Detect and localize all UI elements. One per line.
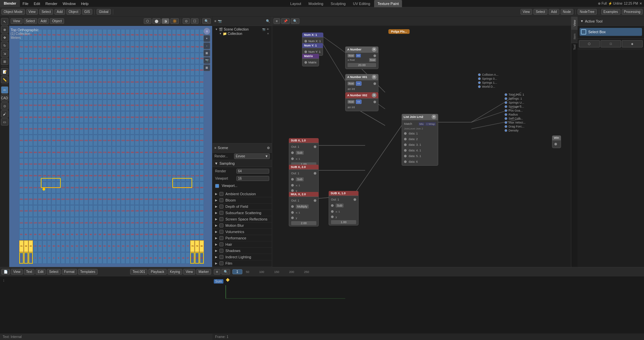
denoising-checkbox[interactable] [215, 184, 219, 188]
node-matrix[interactable]: Matrix Matrix [302, 54, 319, 66]
vp-shading-wire[interactable]: ⬡ [144, 18, 151, 24]
te-text-menu[interactable]: Text [24, 269, 35, 275]
nodetree-selector[interactable]: NodeTree [578, 9, 597, 15]
render-section-volumetrics[interactable]: ▶ Volumetrics [212, 229, 272, 235]
menu-help[interactable]: Help [78, 0, 91, 7]
sidebar-view-btn[interactable]: View [571, 17, 578, 30]
view-menu[interactable]: View [26, 9, 38, 15]
tool-icon-1[interactable]: ⬡ [579, 40, 600, 47]
tool-transform[interactable]: ⊞ [1, 58, 8, 65]
node-a-number-002[interactable]: A Number 002 ✕ float int an int [345, 92, 378, 111]
node-canvas[interactable]: Pulga Pla... Num X: 1 Num X: 1 Num Y: 1 … [272, 26, 571, 267]
menu-file[interactable]: File [20, 0, 31, 7]
scene-collection-item[interactable]: ▼ 🎬 Scene Collection 📷 👁 [214, 27, 271, 32]
te-format-menu[interactable]: Format [62, 269, 77, 275]
node-a-number-001[interactable]: A Number 001 ✕ float int an int [345, 74, 378, 93]
tool-cursor[interactable]: ↖ [1, 18, 8, 25]
tool-annotate[interactable]: 📝 [1, 68, 8, 75]
col-exclude-icon[interactable]: ✕ [267, 32, 269, 35]
render-section-indirect-lighting[interactable]: ▶ Indirect Lighting [212, 254, 272, 260]
te-view-opt[interactable]: View [183, 269, 195, 275]
node-filter[interactable]: ≡ [274, 18, 280, 24]
render-section-motion-blur[interactable]: ▶ Motion Blur [212, 222, 272, 229]
render-section-screen-space-reflections[interactable]: ▶ Screen Space Reflections [212, 216, 272, 222]
te-filename[interactable]: Text.001 [130, 269, 147, 275]
nav-zoom-in[interactable]: + [203, 35, 210, 42]
node-win[interactable]: Win [552, 135, 561, 148]
nav-sphere[interactable]: ⊙ [203, 28, 210, 35]
menu-edit[interactable]: Edit [31, 0, 43, 7]
timeline-content[interactable]: Sum [212, 277, 644, 333]
frame-current-display[interactable]: 1 [232, 269, 242, 274]
select-box-tool[interactable]: Select Box [580, 28, 642, 36]
nav-view-grid[interactable]: ⊞ [203, 50, 210, 56]
tool-custom1[interactable]: CAD [1, 94, 8, 102]
node-pin[interactable]: 📌 [281, 18, 290, 24]
vp-select[interactable]: Select [24, 18, 38, 24]
tool-scale[interactable]: ⇲ [1, 50, 8, 57]
tl-search[interactable]: 🔍 [221, 269, 230, 275]
tl-filter[interactable]: ≡ [214, 269, 220, 275]
gis-menu[interactable]: GIS [82, 9, 92, 15]
vp-shading-material[interactable]: ◑ [162, 18, 169, 24]
node-a-number[interactable]: A Number ✕ float int a float float 20.00 [345, 46, 378, 69]
vp-shading-render[interactable]: 🔆 [170, 18, 179, 24]
vp-shading-solid[interactable]: ⬤ [152, 18, 161, 24]
tool-box[interactable]: ▭ [1, 118, 8, 126]
nav-frame[interactable]: ⊞ [203, 64, 210, 71]
nav-zoom-out[interactable]: - [203, 42, 210, 49]
scene-visible-icon[interactable]: 👁 [267, 28, 269, 31]
tab-sculpting[interactable]: Sculpting [327, 0, 349, 7]
add-menu[interactable]: Add [54, 9, 65, 15]
te-new[interactable]: 📄 [1, 269, 10, 275]
te-playback[interactable]: Playback [148, 269, 167, 275]
node-sub-x-10[interactable]: SUB X, 1.0 Out: 1 Sub x: 1 [289, 138, 319, 168]
sampling-section[interactable]: ▼ Sampling [212, 160, 272, 167]
collection-item[interactable]: ▼ 📁 Collection ✕ [218, 32, 271, 36]
close-btn[interactable]: ✕ [639, 2, 642, 5]
render-section-film[interactable]: ▶ Film [212, 260, 272, 267]
tool-rotate[interactable]: ↻ [1, 42, 8, 49]
add-menu-node[interactable]: Add [549, 9, 559, 15]
mode-selector[interactable]: Object Mode [1, 9, 25, 15]
render-section-depth-of-field[interactable]: ▶ Depth of Field [212, 204, 272, 210]
sidebar-item-btn[interactable]: Item [571, 30, 578, 43]
render-section-performance[interactable]: ▶ Performance [212, 235, 272, 241]
scene-search[interactable]: 🔍 [266, 19, 270, 23]
te-select-menu[interactable]: Select [47, 269, 61, 275]
render-samples-input[interactable]: 64 [236, 169, 269, 174]
te-edit-menu[interactable]: Edit [36, 269, 46, 275]
vp-view[interactable]: View [11, 18, 23, 24]
vp-xray[interactable]: ☐ [191, 18, 199, 24]
render-engine-dropdown[interactable]: Eevee ▼ [234, 153, 270, 159]
vp-add[interactable]: Add [38, 18, 49, 24]
menu-window[interactable]: Window [60, 0, 78, 7]
vp-object[interactable]: Object [50, 18, 64, 24]
view-menu-node[interactable]: View [521, 9, 532, 15]
render-section-ambient-occlusion[interactable]: ▶ Ambient Occlusion [212, 191, 272, 197]
select-menu[interactable]: Select [39, 9, 53, 15]
tool-custom2[interactable]: ⊙ [1, 102, 8, 110]
te-templates-menu[interactable]: Templates [78, 269, 98, 275]
render-section-subsurface-scattering[interactable]: ▶ Subsurface Scattering [212, 210, 272, 216]
examples-btn[interactable]: Examples [601, 9, 620, 15]
processing-btn[interactable]: Processing [622, 9, 643, 15]
te-marker[interactable]: Marker [196, 269, 211, 275]
tab-texture-paint[interactable]: Texture Paint [374, 0, 402, 7]
expand-col-icon[interactable]: ▼ [219, 32, 222, 35]
te-keying[interactable]: Keying [168, 269, 183, 275]
scene-filter-icon[interactable]: ≡ [214, 19, 216, 23]
sidebar-tool-btn[interactable]: Tool [571, 43, 578, 267]
node-mul-x-20[interactable]: MUL X, 2.0 Out: 1 Multiply x: 1 [289, 192, 319, 226]
tab-uv-editing[interactable]: UV Editing [350, 0, 373, 7]
node-list-join[interactable]: List Join Lrn2 ✕ Match Mix □ Wrap JoinLe… [402, 114, 438, 166]
object-menu[interactable]: Object [66, 9, 81, 15]
properties-filter[interactable]: ≡ [214, 146, 216, 150]
render-section-bloom[interactable]: ▶ Bloom [212, 197, 272, 204]
node-orange-header[interactable]: Pulga Pla... [388, 29, 410, 34]
tool-cursor2[interactable]: ⊕ [1, 26, 8, 33]
vp-overlay[interactable]: ⊙ [183, 18, 190, 24]
tool-icon-3[interactable]: ◈ [622, 40, 643, 47]
tool-measure[interactable]: 📏 [1, 76, 8, 83]
scene-camera-icon[interactable]: 📷 [262, 28, 266, 31]
